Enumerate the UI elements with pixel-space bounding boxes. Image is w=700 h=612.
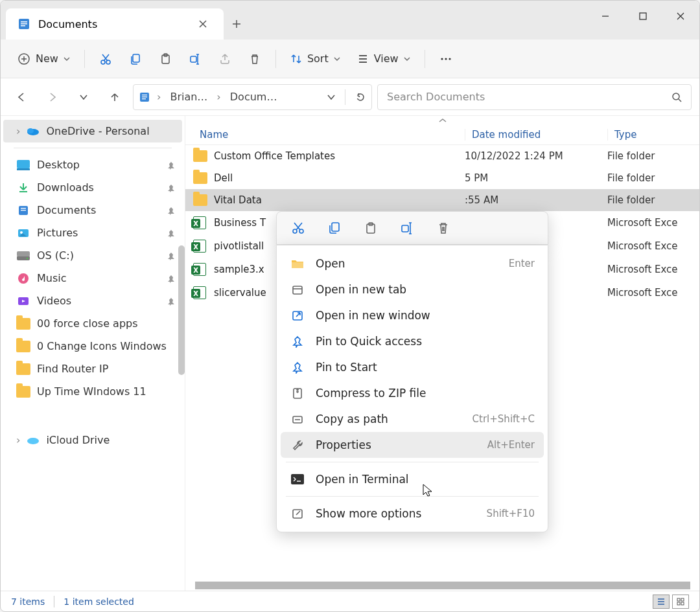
sidebar-item-0-change-icons-windows[interactable]: 0 Change Icons Windows: [3, 335, 182, 357]
column-name[interactable]: Name: [193, 129, 465, 141]
new-button[interactable]: New: [11, 47, 76, 71]
address-bar[interactable]: › Brian… › Docum…: [133, 84, 372, 110]
search-icon: [671, 92, 682, 102]
zip-icon: [290, 387, 305, 400]
drive-icon: [16, 251, 30, 260]
navigation-bar: › Brian… › Docum… Search Documents: [1, 78, 699, 116]
paste-button[interactable]: [152, 47, 178, 71]
wrench-icon: [290, 438, 305, 451]
breadcrumb-seg[interactable]: Docum…: [228, 89, 280, 104]
ctx-open[interactable]: OpenEnter: [277, 251, 548, 277]
documents-icon: [16, 205, 30, 216]
chevron-down-icon[interactable]: [327, 93, 336, 102]
ctx-properties[interactable]: PropertiesAlt+Enter: [281, 432, 544, 458]
title-bar: Documents: [1, 1, 699, 40]
sidebar-item-pictures[interactable]: Pictures: [3, 221, 182, 244]
back-button[interactable]: [8, 84, 34, 110]
sidebar-item-os-c-[interactable]: OS (C:): [3, 244, 182, 267]
sidebar-item-videos[interactable]: Videos: [3, 289, 182, 312]
horizontal-scrollbar[interactable]: [195, 582, 690, 589]
cut-icon: [99, 52, 112, 65]
ctx-open-in-terminal[interactable]: Open in Terminal: [277, 466, 548, 492]
thumbnails-view-button[interactable]: [672, 595, 689, 609]
refresh-icon[interactable]: [355, 91, 366, 103]
ctx-pin-to-quick-access[interactable]: Pin to Quick access: [277, 328, 548, 354]
svg-point-21: [27, 128, 34, 133]
sidebar-item-downloads[interactable]: Downloads: [3, 176, 182, 199]
svg-point-31: [27, 258, 28, 259]
column-type[interactable]: Type: [607, 129, 692, 141]
folder-icon: [16, 363, 30, 375]
up-button[interactable]: [102, 84, 128, 110]
ctx-paste-button[interactable]: [362, 221, 379, 235]
breadcrumb-seg[interactable]: Brian…: [167, 89, 210, 104]
ctx-rename-button[interactable]: [399, 221, 415, 235]
tab-close-button[interactable]: [194, 15, 212, 33]
ctx-copy-button[interactable]: [326, 221, 343, 235]
column-grip[interactable]: [185, 116, 699, 125]
sidebar-item-music[interactable]: Music: [3, 267, 182, 289]
ctx-delete-button[interactable]: [435, 221, 452, 235]
column-date[interactable]: Date modified: [465, 129, 607, 141]
pin-icon: [167, 206, 176, 215]
tab-documents[interactable]: Documents: [6, 8, 224, 40]
cut-button[interactable]: [93, 47, 119, 71]
ctx-copy-as-path[interactable]: Copy as pathCtrl+Shift+C: [277, 406, 548, 432]
file-row[interactable]: Custom Office Templates10/12/2022 1:24 P…: [185, 145, 699, 167]
svg-rect-3: [21, 25, 25, 27]
svg-rect-35: [677, 598, 680, 601]
sidebar: › OneDrive - Personal DesktopDownloadsDo…: [1, 116, 185, 591]
sidebar-icloud[interactable]: › iCloud Drive: [3, 429, 182, 451]
ctx-show-more-options[interactable]: Show more optionsShift+F10: [277, 501, 548, 527]
folder-icon: [193, 194, 207, 206]
svg-point-28: [20, 231, 23, 234]
music-icon: [16, 273, 30, 284]
details-view-button[interactable]: [653, 595, 670, 609]
more-button[interactable]: [433, 47, 459, 71]
delete-button[interactable]: [242, 47, 268, 71]
plus-circle-icon: [18, 52, 30, 65]
svg-point-13: [445, 58, 447, 60]
documents-icon: [18, 17, 30, 30]
svg-rect-46: [293, 286, 302, 294]
new-tab-button[interactable]: [224, 8, 250, 40]
svg-rect-8: [133, 54, 139, 62]
sidebar-item-up-time-windows-11[interactable]: Up Time WIndows 11: [3, 380, 182, 403]
minimize-button[interactable]: [587, 1, 624, 32]
sort-button[interactable]: Sort: [284, 47, 347, 71]
status-bar: 7 items 1 item selected: [1, 591, 699, 611]
sidebar-scrollbar[interactable]: [178, 245, 185, 375]
view-button[interactable]: View: [351, 47, 417, 71]
sidebar-onedrive[interactable]: › OneDrive - Personal: [3, 120, 182, 142]
file-row[interactable]: Vital Data:55 AMFile folder: [185, 189, 699, 211]
svg-rect-44: [402, 225, 408, 232]
maximize-button[interactable]: [624, 1, 662, 32]
copy-icon: [129, 52, 142, 65]
sidebar-item-00-force-close-apps[interactable]: 00 force close apps: [3, 312, 182, 335]
sidebar-item-desktop[interactable]: Desktop: [3, 153, 182, 176]
share-button[interactable]: [212, 47, 238, 71]
rename-button[interactable]: [182, 47, 208, 71]
sidebar-item-documents[interactable]: Documents: [3, 199, 182, 221]
search-box[interactable]: Search Documents: [377, 84, 692, 110]
forward-button[interactable]: [40, 84, 65, 110]
pin-icon: [167, 251, 176, 260]
close-button[interactable]: [662, 1, 699, 32]
view-icon: [357, 53, 369, 65]
sidebar-item-find-router-ip[interactable]: Find Router IP: [3, 357, 182, 380]
excel-icon: [193, 216, 206, 229]
ctx-pin-to-start[interactable]: Pin to Start: [277, 354, 548, 380]
file-row[interactable]: Dell5 PMFile folder: [185, 167, 699, 189]
ctx-cut-button[interactable]: [290, 221, 307, 235]
recent-button[interactable]: [71, 84, 97, 110]
ctx-open-in-new-window[interactable]: Open in new window: [277, 302, 548, 328]
desktop-icon: [16, 160, 30, 170]
onedrive-icon: [27, 127, 40, 136]
ctx-compress-to-zip-file[interactable]: Compress to ZIP file: [277, 380, 548, 406]
ctx-open-in-new-tab[interactable]: Open in new tab: [277, 277, 548, 302]
status-count: 7 items: [11, 596, 45, 607]
copy-button[interactable]: [122, 47, 148, 71]
chevron-down-icon: [334, 56, 340, 62]
pictures-icon: [16, 227, 30, 239]
svg-rect-16: [142, 95, 147, 95]
